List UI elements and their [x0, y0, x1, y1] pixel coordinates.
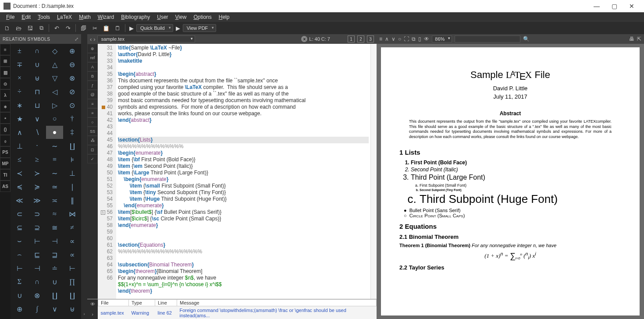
symbol-button[interactable]: ●	[46, 126, 63, 139]
struct-button[interactable]: B	[87, 71, 98, 81]
file-tab[interactable]: sample.tex	[97, 35, 195, 43]
symbol-button[interactable]: ⊖	[64, 58, 81, 71]
symbol-button[interactable]: ⊢	[11, 262, 28, 275]
struct-button[interactable]: ✓	[87, 154, 98, 163]
symbol-button[interactable]: ≽	[28, 180, 46, 193]
menu-user[interactable]: User	[153, 14, 171, 20]
menu-tools[interactable]: Tools	[34, 14, 53, 20]
symbol-button[interactable]: ⊣	[46, 234, 63, 248]
symbol-button[interactable]: ∖	[28, 126, 46, 139]
symbol-button[interactable]: ∨	[46, 302, 63, 315]
menu-file[interactable]: File	[3, 14, 18, 20]
struct-button[interactable]: ⊡	[87, 145, 98, 154]
symbol-button[interactable]: ⊢	[28, 234, 46, 248]
menu-bibliography[interactable]: Bibliography	[117, 14, 153, 20]
struct-button[interactable]: ref	[87, 53, 98, 62]
symbol-category[interactable]: ⊙	[0, 78, 11, 89]
cut-icon[interactable]: ✂	[89, 23, 100, 33]
build-dropdown[interactable]: Quick Build	[136, 24, 173, 32]
symbol-button[interactable]: ≈	[46, 207, 63, 220]
close-tab-icon[interactable]: ×	[301, 36, 307, 42]
symbol-button[interactable]: ▽	[46, 71, 63, 85]
symbol-category[interactable]: ()	[0, 124, 11, 135]
symbol-category[interactable]: TI	[0, 169, 11, 181]
symbol-button[interactable]: ∪	[46, 275, 63, 288]
code-area[interactable]: \title{Sample \LaTeX ~File}\author{David…	[116, 44, 370, 299]
pdf-down-icon[interactable]: ∨	[391, 36, 395, 42]
symbol-button[interactable]: ⊧	[64, 153, 81, 166]
struct-button[interactable]: SS	[87, 127, 98, 136]
symbol-button[interactable]: ≤	[11, 153, 28, 166]
symbol-button[interactable]: ≐	[46, 262, 63, 275]
symbol-button[interactable]: ≡	[46, 153, 63, 166]
symbol-button[interactable]: ⋈	[64, 207, 81, 220]
symbol-button[interactable]: ⊥	[11, 139, 28, 152]
symbol-button[interactable]: ∫	[28, 302, 46, 315]
symbol-button[interactable]: †	[64, 112, 81, 125]
symbol-button[interactable]: ⊎	[64, 302, 81, 315]
symbol-button[interactable]: ∩	[28, 275, 46, 288]
symbol-button[interactable]: ∨	[28, 112, 46, 125]
pdf-eye-icon[interactable]: 👁	[424, 36, 429, 42]
symbol-button[interactable]: ▷	[46, 99, 63, 112]
pdf-ext-icon[interactable]: ⇱	[637, 36, 641, 42]
maximize-button[interactable]: ▢	[605, 0, 623, 12]
pdf-print-icon[interactable]: 🖶	[629, 36, 634, 42]
symbol-button[interactable]: ≼	[11, 180, 28, 193]
tab-prev-icon[interactable]: ‹	[90, 36, 92, 43]
symbol-button[interactable]: ∥	[64, 194, 81, 207]
pdf-fitw-icon[interactable]: ⛶	[404, 36, 409, 42]
close-doc-icon[interactable]: ⧉	[36, 23, 46, 33]
undo-icon[interactable]: ↶	[51, 23, 62, 33]
symbol-button[interactable]: ⊢	[64, 262, 81, 275]
symbol-button[interactable]: ⊎	[28, 71, 46, 85]
symbol-button[interactable]: ◇	[46, 44, 63, 57]
save-icon[interactable]: 🖫	[25, 23, 35, 33]
symbol-button[interactable]: ⊆	[11, 221, 28, 234]
symbol-button[interactable]: ÷	[11, 85, 28, 98]
page-indicator-3[interactable]: 3	[367, 35, 374, 43]
symbol-button[interactable]: ∧	[11, 126, 28, 139]
symbol-button[interactable]: ∣	[64, 180, 81, 193]
menu-help[interactable]: Help	[215, 14, 233, 20]
symbol-button[interactable]: ∼	[46, 167, 63, 180]
symbol-button[interactable]: ⊥	[64, 167, 81, 180]
symbol-button[interactable]: ∗	[11, 99, 28, 112]
symbol-category[interactable]: ▥	[0, 67, 11, 78]
code-editor[interactable]: 3132333435363738394041424344454647484950…	[98, 44, 370, 299]
symbol-button[interactable]: ⊕	[11, 302, 28, 315]
close-button[interactable]: ✕	[623, 0, 640, 12]
panel-expand-icon[interactable]: ⤢	[75, 36, 79, 42]
symbol-button[interactable]: ⊓	[28, 85, 46, 98]
menu-options[interactable]: Options	[190, 14, 215, 20]
symbol-button[interactable]: ⌢	[11, 248, 28, 261]
symbol-button[interactable]: ≥	[28, 153, 46, 166]
symbol-button[interactable]: ∩	[28, 44, 46, 57]
symbol-button[interactable]: ⊣	[28, 262, 46, 275]
symbol-button[interactable]: ±	[11, 44, 28, 57]
copy-icon[interactable]: 🗐	[78, 23, 89, 33]
minimize-button[interactable]: —	[588, 0, 605, 12]
symbol-category[interactable]: ∗	[0, 101, 11, 112]
symbol-button[interactable]: ≠	[64, 221, 81, 234]
symbol-button[interactable]: ⊔	[28, 99, 46, 112]
symbol-button[interactable]: ⊘	[64, 85, 81, 98]
symbol-button[interactable]: ∐	[46, 289, 63, 302]
struct-button[interactable]: A	[87, 62, 98, 71]
struct-button[interactable]: @	[87, 90, 98, 99]
struct-button[interactable]: ≡	[87, 99, 98, 108]
symbol-category[interactable]: MP	[0, 158, 11, 169]
symbol-button[interactable]: ∓	[11, 58, 28, 71]
menu-latex[interactable]: LaTeX	[53, 14, 75, 20]
run-icon[interactable]: ▶	[128, 25, 135, 32]
open-icon[interactable]: 🗁	[13, 23, 24, 33]
symbol-button[interactable]: ≫	[28, 194, 46, 207]
symbol-button[interactable]: ∝	[64, 234, 81, 248]
symbol-button[interactable]: ∪	[28, 58, 46, 71]
symbol-category[interactable]: AS	[0, 181, 11, 192]
symbol-button[interactable]: ⊃	[28, 207, 46, 220]
symbol-button[interactable]: ∪	[11, 289, 28, 302]
symbol-category[interactable]: ⋆	[0, 112, 11, 124]
symbol-button[interactable]: ≻	[28, 167, 46, 180]
page-indicator-1[interactable]: 1	[348, 35, 355, 43]
